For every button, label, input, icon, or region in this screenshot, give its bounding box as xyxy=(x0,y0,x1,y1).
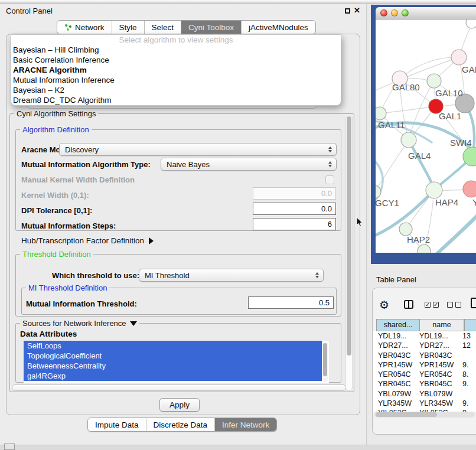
list-item[interactable]: gal4RGexp xyxy=(24,371,322,381)
column-header-partial[interactable] xyxy=(464,319,476,331)
tab-jactivemnodules[interactable]: jActiveMNodules xyxy=(241,21,315,34)
column-header-shared[interactable]: shared... xyxy=(376,319,420,331)
dropdown-item[interactable]: Bayesian – Hill Climbing xyxy=(11,45,341,55)
cell: YDR27... xyxy=(373,341,417,350)
dropdown-item-selected[interactable]: ARACNE Algorithm xyxy=(11,65,341,75)
list-item[interactable]: SelfLoops xyxy=(24,341,322,351)
cell xyxy=(461,351,476,360)
node-gcy1[interactable] xyxy=(376,185,381,198)
group-title: MI Threshold Definition xyxy=(26,283,109,292)
cell: 13 xyxy=(461,331,476,341)
cell: YBR045C xyxy=(373,379,417,389)
cyni-mode-tabs: Impute Data Discretize Data Infer Networ… xyxy=(87,418,277,432)
mi-algorithm-type-label: Mutual Information Algorithm Type: xyxy=(21,160,151,169)
tab-network[interactable]: Network xyxy=(57,21,112,34)
tab-select[interactable]: Select xyxy=(144,21,181,34)
cell: 9. xyxy=(461,379,476,389)
column-header-name[interactable]: name xyxy=(420,319,464,331)
close-icon[interactable]: ✕ xyxy=(354,6,360,15)
group-title: Sources for Network Inference xyxy=(20,319,139,328)
tab-label: Style xyxy=(119,23,137,32)
hub-definition-disclosure[interactable]: Hub/Transcription Factor Definition xyxy=(21,236,154,245)
scrollbar-thumb[interactable] xyxy=(347,116,351,356)
aracne-mode-select[interactable]: Discovery xyxy=(59,143,337,156)
node-gal10[interactable] xyxy=(427,74,441,88)
tab-impute-data[interactable]: Impute Data xyxy=(88,418,146,431)
stepper-arrows-icon xyxy=(328,161,332,167)
table-row[interactable]: YDR27...YDR27...12 xyxy=(373,341,476,350)
node[interactable] xyxy=(466,19,476,28)
apply-button[interactable]: Apply xyxy=(159,398,200,412)
chevron-down-icon[interactable] xyxy=(130,321,137,326)
dpi-tolerance-field[interactable]: 0.0 xyxy=(253,203,336,215)
close-traffic-light-icon[interactable] xyxy=(380,9,387,17)
table-row[interactable]: YER054CYER054C8. xyxy=(373,370,476,379)
minimize-traffic-light-icon[interactable] xyxy=(391,9,398,17)
hub-definition-label: Hub/Transcription Factor Definition xyxy=(21,236,144,245)
node[interactable] xyxy=(451,50,467,65)
manual-kernel-width-checkbox[interactable] xyxy=(325,175,334,184)
node-label: GAL4 xyxy=(408,151,431,161)
mi-threshold-field[interactable]: 0.5 xyxy=(248,296,334,309)
node-label: GAL11 xyxy=(378,120,405,130)
cell: YBR045C xyxy=(417,379,461,389)
table-row[interactable]: YBR045CYBR045C9. xyxy=(373,379,476,389)
node-hap2[interactable] xyxy=(399,223,412,236)
mi-algorithm-type-select[interactable]: Naive Bayes xyxy=(161,158,337,171)
mi-steps-field[interactable]: 6 xyxy=(253,218,336,230)
table-row[interactable]: YBR043CYBR043C xyxy=(373,351,476,360)
cell: 12 xyxy=(461,341,476,350)
network-canvas[interactable]: GAL GAL80 GAL10 GAL1 GAL11 SWI4 GAL4 GCY… xyxy=(376,19,476,253)
network-graph: GAL GAL80 GAL10 GAL1 GAL11 SWI4 GAL4 GCY… xyxy=(376,19,476,253)
network-window-titlebar[interactable] xyxy=(376,7,476,19)
node-table[interactable]: YDL19...YDL19...13 YDR27...YDR27...12 YB… xyxy=(373,331,476,412)
tab-discretize-data[interactable]: Discretize Data xyxy=(146,418,215,431)
tab-label: Cyni Toolbox xyxy=(188,23,234,32)
list-scrollbar[interactable] xyxy=(322,342,328,382)
settings-vertical-scrollbar[interactable] xyxy=(345,115,353,391)
dropdown-item[interactable]: Basic Correlation Inference xyxy=(11,55,341,65)
node-gal4[interactable] xyxy=(401,132,416,148)
document-icon[interactable] xyxy=(471,298,476,308)
list-item[interactable]: TopologicalCoefficient xyxy=(24,351,322,361)
kernel-width-field[interactable]: 0.0 xyxy=(253,187,336,200)
table-horizontal-scrollbar[interactable] xyxy=(374,412,475,418)
table-row[interactable]: YPR145WYPR145W9. xyxy=(373,360,476,370)
tab-infer-network[interactable]: Infer Network xyxy=(214,418,276,431)
columns-icon[interactable] xyxy=(404,300,413,309)
node-label: GAL1 xyxy=(439,111,461,121)
float-window-icon[interactable] xyxy=(345,8,350,14)
settings-horizontal-scrollbar[interactable] xyxy=(12,384,346,391)
scrollbar-thumb[interactable] xyxy=(376,412,437,417)
table-row[interactable]: YDL19...YDL19...13 xyxy=(373,331,476,341)
data-attributes-label: Data Attributes xyxy=(20,330,77,338)
node-hap4[interactable] xyxy=(426,182,442,198)
node-salmon[interactable] xyxy=(463,181,476,197)
cell: YPR145W xyxy=(373,360,417,370)
table-row[interactable]: YBL079WYBL079W xyxy=(373,389,476,399)
minimized-panel-icon[interactable] xyxy=(4,444,15,450)
group-title: Cyni Algorithm Settings xyxy=(14,109,98,118)
tab-style[interactable]: Style xyxy=(112,21,144,34)
cell: YER054C xyxy=(373,370,417,379)
deselect-all-checkboxes-icon[interactable] xyxy=(447,302,461,308)
select-all-checkboxes-icon[interactable]: ✓✓ xyxy=(425,302,439,308)
cell: YDL19... xyxy=(417,331,461,341)
cell: 8. xyxy=(461,370,476,379)
dropdown-item[interactable]: Dream8 DC_TDC Algorithm xyxy=(11,95,341,105)
zoom-traffic-light-icon[interactable] xyxy=(402,9,409,17)
node-labels: GAL GAL80 GAL10 GAL1 GAL11 SWI4 GAL4 GCY… xyxy=(376,64,476,244)
scrollbar-thumb[interactable] xyxy=(323,343,327,376)
table-row[interactable]: YLR345WYLR345W9. xyxy=(373,399,476,408)
cell: YPR145W xyxy=(417,360,461,370)
mouse-cursor-icon xyxy=(356,217,363,230)
gear-icon[interactable]: ⚙ xyxy=(379,299,389,311)
dropdown-item[interactable]: Bayesian – K2 xyxy=(11,85,341,95)
node-gal11[interactable] xyxy=(376,107,386,120)
dropdown-item[interactable]: Mutual Information Inference xyxy=(11,75,341,85)
tab-cyni-toolbox[interactable]: Cyni Toolbox xyxy=(181,21,241,34)
tab-label: jActiveMNodules xyxy=(249,23,308,32)
list-item[interactable]: BetweennessCentrality xyxy=(24,361,322,371)
tab-label: Infer Network xyxy=(222,420,269,429)
which-threshold-select[interactable]: MI Threshold xyxy=(139,269,324,282)
